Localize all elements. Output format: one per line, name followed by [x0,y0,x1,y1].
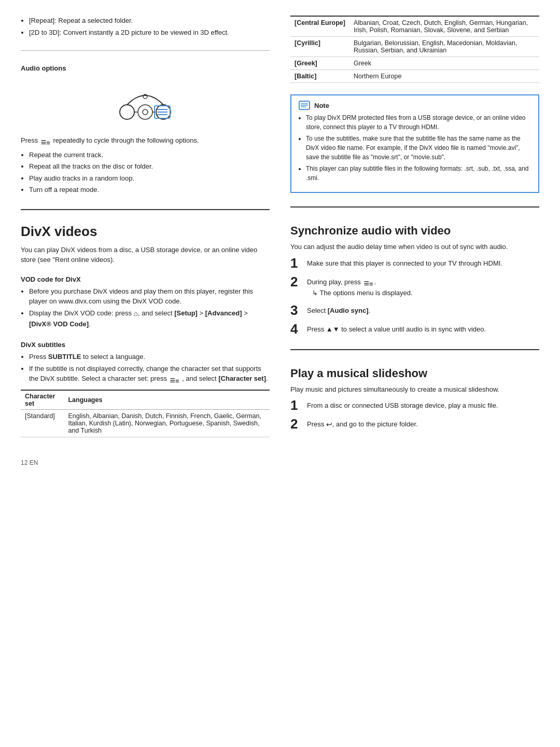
updown-icon: ▲▼ [326,324,340,335]
audio-options-title: Audio options [21,64,270,72]
sync-step-1-num: 1 [290,256,302,270]
subtitles-title: DivX subtitles [21,341,270,349]
svg-point-7 [138,105,152,119]
note-header: Note [299,101,531,110]
slideshow-step-2-content: Press ↩, and go to the picture folder. [307,417,539,430]
note-box: Note To play DivX DRM protected files fr… [290,94,539,193]
home-icon: ⌂ [134,308,138,319]
intro-bullet-2: [2D to 3D]: Convert instantly a 2D pictu… [29,27,270,38]
sync-desc: You can adjust the audio delay time when… [290,242,539,252]
sync-step-4-content: Press ▲▼ to select a value until audio i… [307,322,539,335]
section-divider-1 [21,209,270,210]
char-table: Character set Languages [Standard] Engli… [21,390,270,437]
slideshow-step-1-content: From a disc or connected USB storage dev… [307,398,539,411]
right-column: [Central Europe] Albanian, Croat, Czech,… [290,16,539,466]
lang-set-greek: [Greek] [290,57,349,70]
menu-icon-3: ≡ [363,279,373,286]
section-divider-3 [290,349,539,350]
divider-1 [21,50,270,51]
intro-bullets: [Repeat]: Repeat a selected folder. [2D … [29,16,270,39]
intro-bullet-1: [Repeat]: Repeat a selected folder. [29,16,270,26]
vod-bullet-2: Display the DivX VOD code: press ⌂, and … [29,308,270,329]
slideshow-title: Play a musical slideshow [290,367,539,380]
lang-row-central: [Central Europe] Albanian, Croat, Czech,… [290,16,539,37]
sync-title: Synchronize audio with video [290,224,539,238]
svg-point-0 [120,105,134,119]
sync-step-4-num: 4 [290,322,302,336]
divx-desc: You can play DivX videos from a disc, a … [21,245,270,265]
sync-step-2: 2 During play, press ≡. ↳ The options me… [290,275,539,298]
lang-row-greek: [Greek] Greek [290,57,539,70]
vod-title: VOD code for DivX [21,275,270,283]
lang-set-baltic: [Baltic] [290,70,349,83]
sync-step-3: 3 Select [Audio sync]. [290,303,539,317]
slideshow-step-1: 1 From a disc or connected USB storage d… [290,398,539,412]
char-table-header-set: Character set [21,390,64,410]
lang-set-central: [Central Europe] [290,16,349,37]
char-table-row-standard: [Standard] English, Albanian, Danish, Du… [21,409,270,437]
slideshow-desc: Play music and pictures simultaneously t… [290,384,539,395]
slideshow-step-2-num: 2 [290,417,302,431]
back-icon: ↩ [326,419,332,430]
menu-icon-1: ≡ [41,137,50,145]
lang-langs-central: Albanian, Croat, Czech, Dutch, English, … [349,16,539,37]
note-item-3: This player can play subtitle files in t… [306,164,531,183]
menu-icon-2: ≡ [170,376,179,383]
sync-step-3-content: Select [Audio sync]. [307,303,539,316]
svg-point-8 [143,109,148,115]
char-langs-standard: English, Albanian, Danish, Dutch, Finnis… [64,409,270,437]
lang-langs-baltic: Northern Europe [349,70,539,83]
char-table-header-lang: Languages [64,390,270,410]
lang-table: [Central Europe] Albanian, Croat, Czech,… [290,16,539,83]
note-list: To play DivX DRM protected files from a … [306,113,531,183]
slideshow-step-2: 2 Press ↩, and go to the picture folder. [290,417,539,431]
subtitle-bullet-2: If the subtitle is not displayed correct… [29,364,270,384]
subtitle-bullet-1: Press SUBTITLE to select a language. [29,352,270,362]
audio-opt-3: Play audio tracks in a random loop. [29,173,270,184]
slideshow-step-1-num: 1 [290,398,302,412]
lang-row-baltic: [Baltic] Northern Europe [290,70,539,83]
note-item-2: To use the subtitles, make sure that the… [306,134,531,162]
subtitles-list: Press SUBTITLE to select a language. If … [29,352,270,385]
note-item-1: To play DivX DRM protected files from a … [306,113,531,132]
sync-step-2-content: During play, press ≡. ↳ The options menu… [307,275,539,298]
sync-step-3-num: 3 [290,303,302,317]
sync-step-1: 1 Make sure that this player is connecte… [290,256,539,270]
lang-row-cyrillic: [Cyrillic] Bulgarian, Belorussian, Engli… [290,37,539,57]
lang-langs-greek: Greek [349,57,539,70]
section-divider-2 [290,206,539,208]
note-icon [299,101,310,110]
sync-step-2-arrow: ↳ The options menu is displayed. [312,288,539,298]
audio-diagram-svg [99,82,192,126]
audio-options-list: Repeat the current track. Repeat all the… [29,150,270,197]
lang-set-cyrillic: [Cyrillic] [290,37,349,57]
vod-bullet-1: Before you purchase DivX videos and play… [29,286,270,307]
sync-step-2-num: 2 [290,275,302,288]
lang-langs-cyrillic: Bulgarian, Belorussian, English, Macedon… [349,37,539,57]
char-set-standard: [Standard] [21,409,64,437]
audio-options-desc: Press ≡ repeatedly to cycle through the … [21,135,270,146]
note-label: Note [314,102,329,109]
sync-step-1-content: Make sure that this player is connected … [307,256,539,269]
left-column: [Repeat]: Repeat a selected folder. [2D … [21,16,270,466]
audio-diagram [21,80,270,127]
vod-list: Before you purchase DivX videos and play… [29,286,270,331]
audio-opt-2: Repeat all the tracks on the disc or fol… [29,161,270,172]
sync-step-4: 4 Press ▲▼ to select a value until audio… [290,322,539,336]
divx-title: DivX videos [21,224,270,240]
audio-opt-4: Turn off a repeat mode. [29,185,270,195]
audio-opt-1: Repeat the current track. [29,150,270,160]
page-footer: 12 EN [21,459,270,466]
